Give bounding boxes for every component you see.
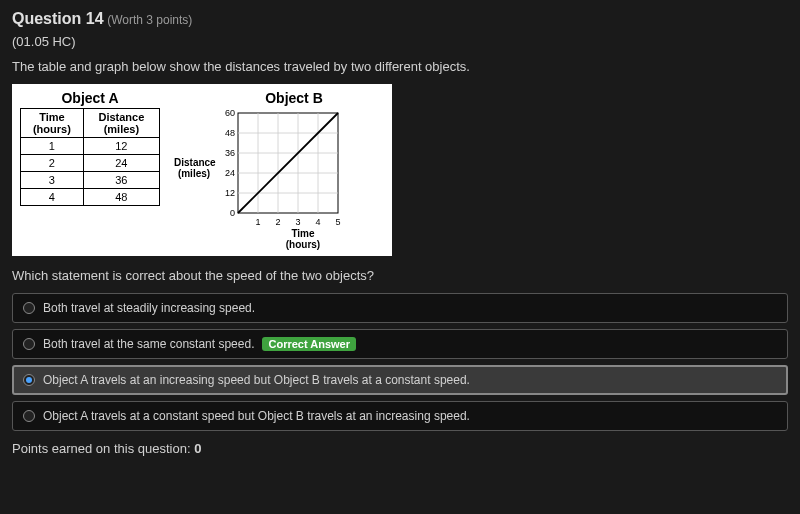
radio-icon (23, 374, 35, 386)
ytick: 24 (225, 168, 235, 178)
radio-icon (23, 410, 35, 422)
radio-icon (23, 338, 35, 350)
ytick: 60 (225, 108, 235, 118)
answer-option[interactable]: Object A travels at an increasing speed … (12, 365, 788, 395)
radio-icon (23, 302, 35, 314)
chart-ylabel: Distance (miles) (174, 157, 214, 179)
correct-answer-badge: Correct Answer (262, 337, 356, 351)
question-prompt: The table and graph below show the dista… (12, 59, 788, 74)
option-text: Both travel at the same constant speed. (43, 337, 254, 351)
option-text: Object A travels at a constant speed but… (43, 409, 470, 423)
xtick: 5 (335, 217, 340, 227)
points-earned: Points earned on this question: 0 (12, 441, 788, 456)
ytick: 0 (230, 208, 235, 218)
table-row: 224 (21, 155, 160, 172)
answer-option[interactable]: Both travel at the same constant speed. … (12, 329, 788, 359)
object-b-title: Object B (204, 90, 384, 106)
question-worth: (Worth 3 points) (107, 13, 192, 27)
object-a-title: Object A (20, 90, 160, 106)
option-text: Both travel at steadily increasing speed… (43, 301, 255, 315)
object-a-table: Time (hours) Distance (miles) 112 224 33… (20, 108, 160, 206)
answer-option[interactable]: Both travel at steadily increasing speed… (12, 293, 788, 323)
table-row: 336 (21, 172, 160, 189)
object-b-chart: 0 12 24 36 48 60 1 2 3 4 5 (218, 108, 368, 228)
ytick: 12 (225, 188, 235, 198)
option-text: Object A travels at an increasing speed … (43, 373, 470, 387)
answer-option[interactable]: Object A travels at a constant speed but… (12, 401, 788, 431)
object-b-panel: Object B Distance (miles) (174, 90, 384, 250)
xtick: 1 (255, 217, 260, 227)
question-subprompt: Which statement is correct about the spe… (12, 268, 788, 283)
xtick: 4 (315, 217, 320, 227)
xtick: 3 (295, 217, 300, 227)
table-header-distance: Distance (miles) (83, 109, 159, 138)
xtick: 2 (275, 217, 280, 227)
chart-xlabel: Time (hours) (222, 228, 384, 250)
question-code: (01.05 HC) (12, 34, 788, 49)
answer-options: Both travel at steadily increasing speed… (12, 293, 788, 431)
ytick: 36 (225, 148, 235, 158)
ytick: 48 (225, 128, 235, 138)
table-header-time: Time (hours) (21, 109, 84, 138)
question-title: Question 14 (12, 10, 104, 27)
figure-panel: Object A Time (hours) Distance (miles) 1… (12, 84, 392, 256)
table-row: 112 (21, 138, 160, 155)
question-header: Question 14 (Worth 3 points) (12, 10, 788, 28)
table-row: 448 (21, 189, 160, 206)
object-a-panel: Object A Time (hours) Distance (miles) 1… (20, 90, 160, 250)
